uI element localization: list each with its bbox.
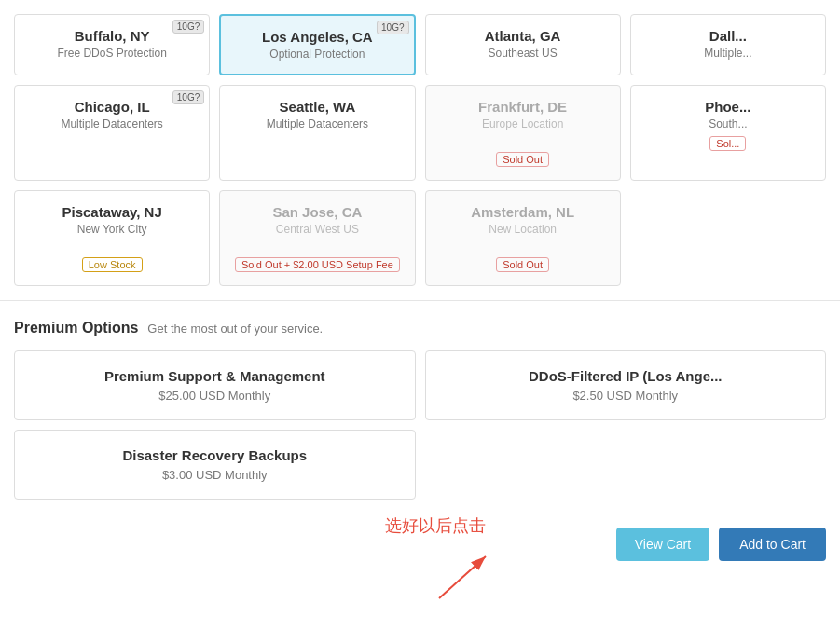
region-seattle: Multiple Datacenters	[229, 117, 405, 130]
location-atlanta[interactable]: Atlanta, GA Southeast US	[425, 14, 621, 75]
region-buffalo: Free DDoS Protection	[24, 47, 200, 60]
location-frankfurt: Frankfurt, DE Europe Location Sold Out	[425, 85, 621, 181]
annotation-text: 选好以后点击	[385, 514, 486, 537]
location-losangeles[interactable]: 10G? Los Angeles, CA Optional Protection	[219, 14, 415, 75]
option-price-ddos-ip: $2.50 USD Monthly	[440, 389, 812, 403]
location-seattle[interactable]: Seattle, WA Multiple Datacenters	[219, 85, 415, 181]
option-disaster-recovery[interactable]: Disaster Recovery Backups $3.00 USD Mont…	[14, 430, 416, 500]
annotation-arrow	[425, 547, 500, 603]
city-sanjose: San Jose, CA	[229, 204, 405, 220]
premium-subtitle: Get the most out of your service.	[147, 322, 323, 336]
location-sanjose: San Jose, CA Central West US Sold Out + …	[219, 190, 415, 286]
badge-10g-chicago: 10G?	[172, 90, 204, 104]
premium-options-grid: Premium Support & Management $25.00 USD …	[14, 350, 826, 420]
option-name-premium-support: Premium Support & Management	[29, 368, 401, 384]
location-chicago[interactable]: 10G? Chicago, IL Multiple Datacenters	[14, 85, 210, 181]
location-buffalo[interactable]: 10G? Buffalo, NY Free DDoS Protection	[14, 14, 210, 75]
option-name-ddos-ip: DDoS-Filtered IP (Los Ange...	[440, 368, 812, 384]
premium-row2: Disaster Recovery Backups $3.00 USD Mont…	[14, 430, 826, 500]
region-losangeles: Optional Protection	[230, 48, 404, 61]
option-name-disaster-recovery: Disaster Recovery Backups	[29, 447, 401, 463]
region-chicago: Multiple Datacenters	[24, 117, 200, 130]
region-phoenix: South...	[709, 117, 747, 130]
lowstock-badge-piscataway: Low Stock	[82, 257, 143, 272]
soldout-badge-amsterdam: Sold Out	[496, 257, 549, 272]
badge-10g-losangeles: 10G?	[377, 21, 408, 34]
region-frankfurt: Europe Location	[435, 117, 611, 130]
soldout-badge-frankfurt: Sold Out	[496, 152, 549, 167]
premium-header: Premium Options Get the most out of your…	[14, 320, 826, 336]
location-amsterdam: Amsterdam, NL New Location Sold Out	[425, 190, 621, 286]
city-phoenix: Phoe...	[640, 99, 816, 115]
location-grid: 10G? Buffalo, NY Free DDoS Protection 10…	[0, 0, 840, 301]
add-to-cart-button[interactable]: Add to Cart	[719, 528, 826, 561]
city-dallas: Dall...	[640, 28, 816, 44]
soldout-badge-phoenix: Sol...	[709, 136, 746, 151]
location-dallas[interactable]: Dall... Multiple...	[630, 14, 826, 75]
city-frankfurt: Frankfurt, DE	[435, 99, 611, 115]
option-price-premium-support: $25.00 USD Monthly	[29, 389, 401, 403]
location-piscataway[interactable]: Piscataway, NJ New York City Low Stock	[14, 190, 210, 286]
option-ddos-ip[interactable]: DDoS-Filtered IP (Los Ange... $2.50 USD …	[425, 350, 827, 420]
badge-10g-buffalo: 10G?	[172, 20, 204, 34]
region-piscataway: New York City	[24, 223, 200, 236]
city-atlanta: Atlanta, GA	[435, 28, 611, 44]
city-amsterdam: Amsterdam, NL	[435, 204, 611, 220]
region-atlanta: Southeast US	[435, 47, 611, 60]
location-phoenix: Phoe... South... Sol...	[630, 85, 826, 181]
option-price-disaster-recovery: $3.00 USD Monthly	[29, 468, 401, 482]
view-cart-button[interactable]: View Cart	[616, 528, 709, 561]
region-dallas: Multiple...	[704, 47, 751, 60]
city-seattle: Seattle, WA	[229, 99, 405, 115]
option-premium-support[interactable]: Premium Support & Management $25.00 USD …	[14, 350, 416, 420]
region-sanjose: Central West US	[229, 223, 405, 236]
premium-section: Premium Options Get the most out of your…	[0, 301, 840, 518]
svg-line-1	[439, 556, 486, 598]
action-bar: 选好以后点击 View Cart Add to Cart	[0, 518, 840, 580]
soldoutfee-badge-sanjose: Sold Out + $2.00 USD Setup Fee	[235, 257, 400, 272]
city-piscataway: Piscataway, NJ	[24, 204, 200, 220]
premium-title: Premium Options	[14, 320, 138, 336]
region-amsterdam: New Location	[435, 223, 611, 236]
